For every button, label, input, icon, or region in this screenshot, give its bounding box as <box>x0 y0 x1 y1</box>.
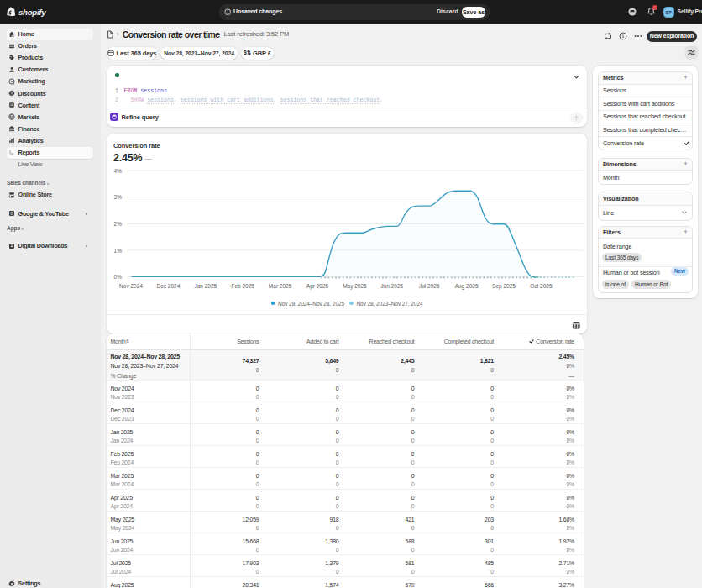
svg-text:Aug 2025: Aug 2025 <box>455 283 479 290</box>
svg-text:Sep 2025: Sep 2025 <box>492 283 516 290</box>
svg-text:Nov 2024: Nov 2024 <box>119 283 143 289</box>
svg-text:Jul 2025: Jul 2025 <box>419 283 440 289</box>
svg-text:Jun 2025: Jun 2025 <box>380 283 403 289</box>
svg-text:Apr 2025: Apr 2025 <box>306 283 329 290</box>
svg-text:2%: 2% <box>114 221 123 227</box>
svg-text:G: G <box>10 212 13 216</box>
svg-text:Jan 2025: Jan 2025 <box>194 283 217 289</box>
svg-text:Dec 2024: Dec 2024 <box>156 283 180 289</box>
svg-text:May 2025: May 2025 <box>343 283 367 290</box>
svg-text:0%: 0% <box>114 274 123 280</box>
svg-text:Mar 2025: Mar 2025 <box>269 283 292 289</box>
svg-text:3%: 3% <box>114 194 123 200</box>
svg-text:Oct 2025: Oct 2025 <box>530 283 553 289</box>
svg-text:4%: 4% <box>114 167 123 173</box>
svg-text:1%: 1% <box>114 247 123 253</box>
svg-text:Feb 2025: Feb 2025 <box>231 283 254 289</box>
